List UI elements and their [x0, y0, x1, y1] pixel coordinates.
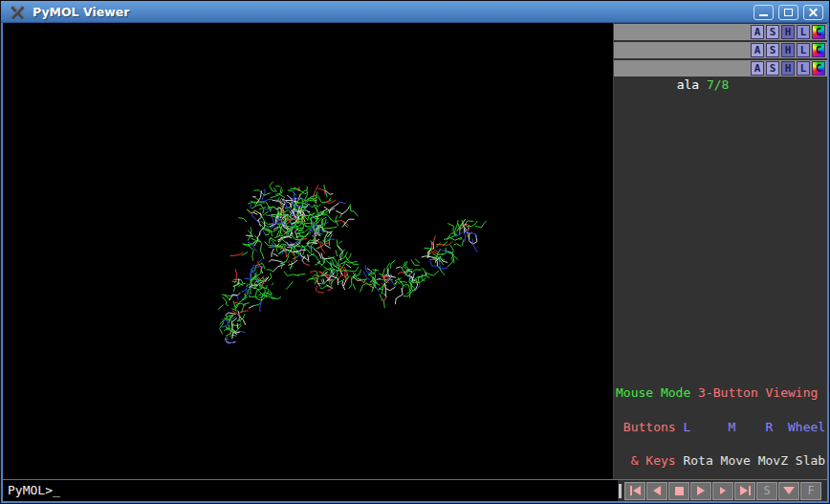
object-name[interactable]: ala: [674, 77, 699, 92]
window-title: PyMOL Viewer: [33, 1, 129, 23]
action-button[interactable]: A: [751, 25, 764, 39]
label-button[interactable]: L: [797, 61, 810, 76]
mouse-buttons-header: Buttons L M R Wheel: [616, 422, 828, 433]
step-forward-button[interactable]: [712, 482, 733, 500]
step-forward-icon: [720, 487, 726, 494]
step-back-icon: [653, 486, 661, 495]
maximize-button[interactable]: [778, 5, 798, 20]
label-button[interactable]: L: [797, 25, 810, 39]
show-button[interactable]: S: [766, 61, 779, 76]
molecule-viewport[interactable]: [3, 23, 613, 479]
ashlc-buttons: A S H L C: [751, 25, 825, 39]
rewind-icon: [630, 486, 632, 495]
color-button[interactable]: C: [812, 43, 825, 57]
command-input[interactable]: PyMOL>_: [3, 479, 618, 501]
playbar-grip: [619, 484, 622, 498]
window-controls: [754, 5, 823, 20]
molecule-svg: [3, 23, 613, 479]
frame-menu-button[interactable]: [778, 482, 799, 500]
play-icon: [697, 486, 705, 495]
object-list: all A S H L C 1nmr 4/20 A S H L C: [614, 23, 827, 77]
hide-button[interactable]: H: [781, 43, 795, 57]
hide-button[interactable]: H: [781, 61, 795, 76]
action-button[interactable]: A: [751, 61, 764, 76]
ashlc-buttons: A S H L C: [751, 61, 825, 76]
stop-icon: [675, 487, 684, 495]
f-toggle-button[interactable]: F: [800, 482, 821, 500]
color-button[interactable]: C: [812, 61, 825, 76]
end-button[interactable]: [734, 482, 755, 500]
playback-bar: S F: [618, 479, 827, 501]
end-icon: [740, 486, 748, 495]
maximize-icon: [784, 9, 793, 16]
object-row-all[interactable]: all A S H L C: [614, 24, 827, 40]
mouse-mode-line[interactable]: Mouse Mode 3-Button Viewing: [616, 387, 828, 399]
command-prompt: PyMOL>_: [8, 483, 60, 497]
show-button[interactable]: S: [766, 43, 779, 57]
step-back-button[interactable]: [646, 482, 667, 500]
ashlc-buttons: A S H L C: [751, 43, 825, 57]
action-button[interactable]: A: [751, 43, 764, 57]
close-button[interactable]: [803, 5, 823, 20]
play-button[interactable]: [690, 482, 711, 500]
rewind-button[interactable]: [624, 482, 645, 500]
stop-button[interactable]: [668, 482, 689, 500]
object-row-ala[interactable]: ala 7/8 A S H L C: [614, 60, 827, 77]
object-count: 7/8: [699, 77, 729, 92]
label-button[interactable]: L: [797, 43, 810, 57]
hide-button[interactable]: H: [781, 25, 795, 39]
frame-menu-icon: [783, 487, 795, 494]
color-button[interactable]: C: [812, 25, 825, 39]
mouse-keys-row: & Keys Rota Move MovZ Slab: [616, 455, 828, 467]
titlebar[interactable]: PyMOL Viewer: [1, 1, 829, 23]
minimize-button[interactable]: [754, 5, 774, 20]
object-row-1nmr[interactable]: 1nmr 4/20 A S H L C: [614, 42, 827, 58]
s-toggle-button[interactable]: S: [756, 482, 777, 500]
show-button[interactable]: S: [766, 25, 779, 39]
minimize-icon: [759, 14, 768, 16]
x11-app-icon: [9, 3, 27, 21]
pymol-window: PyMOL Viewer all A S H L C 1nmr: [0, 0, 830, 504]
control-panel: all A S H L C 1nmr 4/20 A S H L C: [613, 23, 827, 479]
